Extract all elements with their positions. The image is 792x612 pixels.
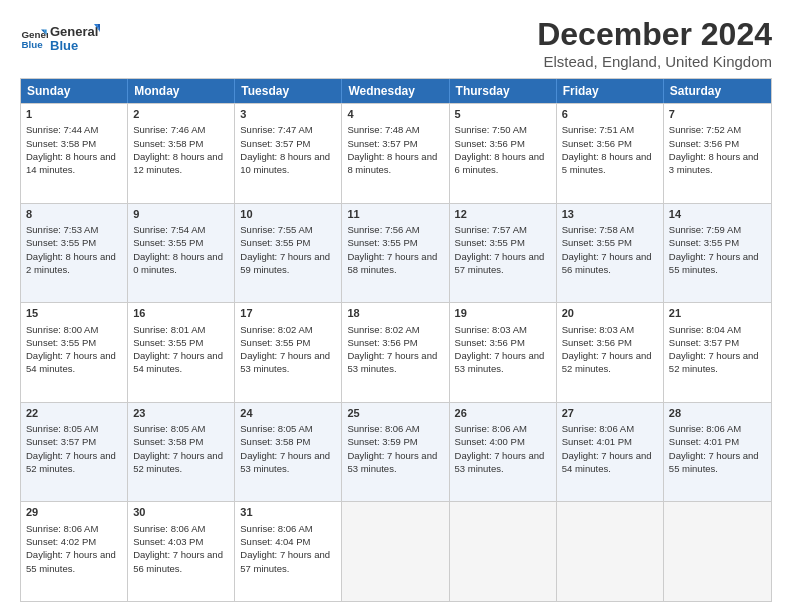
day-14: 14 Sunrise: 7:59 AMSunset: 3:55 PMDaylig… (664, 204, 771, 303)
empty-2 (450, 502, 557, 601)
calendar: Sunday Monday Tuesday Wednesday Thursday… (20, 78, 772, 602)
day-12: 12 Sunrise: 7:57 AMSunset: 3:55 PMDaylig… (450, 204, 557, 303)
page: General Blue General Blue December 2024 … (0, 0, 792, 612)
empty-3 (557, 502, 664, 601)
header: General Blue General Blue December 2024 … (20, 16, 772, 70)
week-row-3: 15 Sunrise: 8:00 AMSunset: 3:55 PMDaylig… (21, 302, 771, 402)
header-monday: Monday (128, 79, 235, 103)
day-16: 16 Sunrise: 8:01 AMSunset: 3:55 PMDaylig… (128, 303, 235, 402)
week-row-4: 22 Sunrise: 8:05 AMSunset: 3:57 PMDaylig… (21, 402, 771, 502)
day-30: 30 Sunrise: 8:06 AMSunset: 4:03 PMDaylig… (128, 502, 235, 601)
day-27: 27 Sunrise: 8:06 AMSunset: 4:01 PMDaylig… (557, 403, 664, 502)
title-block: December 2024 Elstead, England, United K… (537, 16, 772, 70)
day-3: 3 Sunrise: 7:47 AMSunset: 3:57 PMDayligh… (235, 104, 342, 203)
day-15: 15 Sunrise: 8:00 AMSunset: 3:55 PMDaylig… (21, 303, 128, 402)
day-22: 22 Sunrise: 8:05 AMSunset: 3:57 PMDaylig… (21, 403, 128, 502)
week-row-5: 29 Sunrise: 8:06 AMSunset: 4:02 PMDaylig… (21, 501, 771, 601)
day-9: 9 Sunrise: 7:54 AMSunset: 3:55 PMDayligh… (128, 204, 235, 303)
day-20: 20 Sunrise: 8:03 AMSunset: 3:56 PMDaylig… (557, 303, 664, 402)
header-thursday: Thursday (450, 79, 557, 103)
day-23: 23 Sunrise: 8:05 AMSunset: 3:58 PMDaylig… (128, 403, 235, 502)
header-sunday: Sunday (21, 79, 128, 103)
logo-icon: General Blue (20, 24, 48, 52)
week-row-1: 1 Sunrise: 7:44 AMSunset: 3:58 PMDayligh… (21, 103, 771, 203)
main-title: December 2024 (537, 16, 772, 53)
day-21: 21 Sunrise: 8:04 AMSunset: 3:57 PMDaylig… (664, 303, 771, 402)
day-29: 29 Sunrise: 8:06 AMSunset: 4:02 PMDaylig… (21, 502, 128, 601)
day-28: 28 Sunrise: 8:06 AMSunset: 4:01 PMDaylig… (664, 403, 771, 502)
svg-text:General: General (50, 24, 98, 39)
day-6: 6 Sunrise: 7:51 AMSunset: 3:56 PMDayligh… (557, 104, 664, 203)
svg-text:Blue: Blue (21, 39, 43, 50)
header-friday: Friday (557, 79, 664, 103)
day-24: 24 Sunrise: 8:05 AMSunset: 3:58 PMDaylig… (235, 403, 342, 502)
header-wednesday: Wednesday (342, 79, 449, 103)
day-5: 5 Sunrise: 7:50 AMSunset: 3:56 PMDayligh… (450, 104, 557, 203)
logo-svg: General Blue (50, 20, 100, 56)
calendar-header: Sunday Monday Tuesday Wednesday Thursday… (21, 79, 771, 103)
empty-1 (342, 502, 449, 601)
day-26: 26 Sunrise: 8:06 AMSunset: 4:00 PMDaylig… (450, 403, 557, 502)
empty-4 (664, 502, 771, 601)
week-row-2: 8 Sunrise: 7:53 AMSunset: 3:55 PMDayligh… (21, 203, 771, 303)
day-8: 8 Sunrise: 7:53 AMSunset: 3:55 PMDayligh… (21, 204, 128, 303)
day-17: 17 Sunrise: 8:02 AMSunset: 3:55 PMDaylig… (235, 303, 342, 402)
subtitle: Elstead, England, United Kingdom (537, 53, 772, 70)
calendar-body: 1 Sunrise: 7:44 AMSunset: 3:58 PMDayligh… (21, 103, 771, 601)
day-25: 25 Sunrise: 8:06 AMSunset: 3:59 PMDaylig… (342, 403, 449, 502)
header-tuesday: Tuesday (235, 79, 342, 103)
day-10: 10 Sunrise: 7:55 AMSunset: 3:55 PMDaylig… (235, 204, 342, 303)
logo: General Blue General Blue (20, 20, 100, 56)
day-31: 31 Sunrise: 8:06 AMSunset: 4:04 PMDaylig… (235, 502, 342, 601)
day-18: 18 Sunrise: 8:02 AMSunset: 3:56 PMDaylig… (342, 303, 449, 402)
day-13: 13 Sunrise: 7:58 AMSunset: 3:55 PMDaylig… (557, 204, 664, 303)
day-19: 19 Sunrise: 8:03 AMSunset: 3:56 PMDaylig… (450, 303, 557, 402)
day-2: 2 Sunrise: 7:46 AMSunset: 3:58 PMDayligh… (128, 104, 235, 203)
day-4: 4 Sunrise: 7:48 AMSunset: 3:57 PMDayligh… (342, 104, 449, 203)
day-11: 11 Sunrise: 7:56 AMSunset: 3:55 PMDaylig… (342, 204, 449, 303)
header-saturday: Saturday (664, 79, 771, 103)
day-7: 7 Sunrise: 7:52 AMSunset: 3:56 PMDayligh… (664, 104, 771, 203)
day-1: 1 Sunrise: 7:44 AMSunset: 3:58 PMDayligh… (21, 104, 128, 203)
svg-text:Blue: Blue (50, 38, 78, 53)
